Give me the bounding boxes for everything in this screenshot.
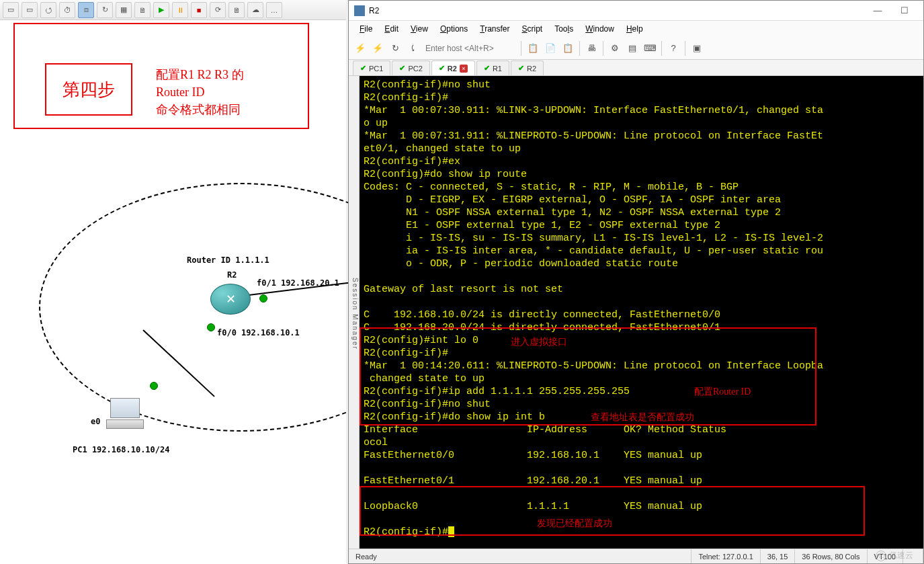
tab-label: PC2	[408, 65, 422, 73]
status-cursor-pos: 36, 15	[761, 549, 796, 563]
terminal-output[interactable]: R2(config-if)#no shut R2(config-if)# *Ma…	[360, 76, 923, 549]
menu-view[interactable]: View	[405, 23, 433, 35]
cursor	[448, 526, 454, 537]
menu-bar: File Edit View Options Transfer Script T…	[349, 21, 923, 37]
toolbar-button[interactable]: ⏱	[59, 2, 75, 18]
session-manager-sidebar[interactable]: Session Manager	[349, 76, 360, 549]
annotation-text: 配置R1 R2 R3 的 Router ID 命令格式都相同	[156, 66, 244, 118]
terminal-toolbar: ⚡ ⚡ ↻ ⤹ 📋 📄 📋 🖶 ⚙ ▤ ⌨ ? ▣	[349, 37, 923, 60]
router-r2-icon[interactable]: ✕	[210, 284, 251, 315]
disconnect-icon[interactable]: ⤹	[405, 41, 420, 56]
pc1-icon[interactable]	[106, 398, 145, 430]
toolbar-button[interactable]: …	[266, 2, 282, 18]
terminal-window: R2 — ☐ File Edit View Options Transfer S…	[348, 0, 924, 564]
annotation-line: Router ID	[156, 85, 204, 99]
check-icon: ✔	[399, 64, 405, 73]
toolbar-button[interactable]: ☁	[247, 2, 263, 18]
toolbar-button[interactable]: 🗎	[228, 2, 245, 18]
paste-icon[interactable]: 📄	[543, 41, 558, 56]
gns3-canvas-area: ▭ ▭ ⭯ ⏱ ⧈ ↻ ▦ 🗎 ▶ ⏸ ■ ⟳ 🗎 ☁ … 第四步 配置R1 R…	[0, 0, 346, 564]
router-id-label: Router ID 1.1.1.1	[187, 255, 269, 265]
tab-label: R2	[527, 65, 536, 73]
menu-window[interactable]: Window	[580, 23, 620, 35]
annotation-line: 配置R1 R2 R3 的	[156, 68, 244, 81]
annotation-config-rid: 配置Router ID	[694, 385, 751, 398]
f00-label: f0/0 192.168.10.1	[217, 328, 300, 337]
window-titlebar[interactable]: R2 — ☐	[349, 1, 923, 21]
menu-file[interactable]: File	[354, 23, 378, 35]
menu-script[interactable]: Script	[517, 23, 548, 35]
print-icon[interactable]: 🖶	[584, 41, 599, 56]
close-icon[interactable]: ×	[460, 65, 468, 73]
clipboard-icon[interactable]: 📋	[560, 41, 575, 56]
check-icon: ✔	[518, 64, 524, 73]
tab-label: R1	[493, 65, 502, 73]
f01-label: f0/1 192.168.20.1	[257, 278, 339, 288]
reconnect-icon[interactable]: ↻	[388, 41, 403, 56]
toolbar-button[interactable]: ▭	[22, 2, 38, 18]
annotation-show-table: 查看地址表是否配置成功	[591, 411, 694, 424]
annotation-box-outer: 第四步 配置R1 R2 R3 的 Router ID 命令格式都相同	[13, 23, 309, 129]
quick-connect-icon[interactable]: ⚡	[370, 41, 385, 56]
copy-icon[interactable]: 📋	[526, 41, 540, 56]
reload-button[interactable]: ⟳	[210, 2, 226, 18]
tab-label: R2	[448, 65, 457, 73]
toolbar-button-selected[interactable]: ⧈	[78, 2, 94, 18]
gns3-toolbar: ▭ ▭ ⭯ ⏱ ⧈ ↻ ▦ 🗎 ▶ ⏸ ■ ⟳ 🗎 ☁ …	[0, 0, 346, 20]
annotation-success: 发现已经配置成功	[537, 517, 612, 530]
menu-transfer[interactable]: Transfer	[474, 23, 515, 35]
interface-dot	[150, 382, 158, 390]
menu-edit[interactable]: Edit	[379, 23, 404, 35]
toolbar-button[interactable]: ▭	[3, 2, 19, 18]
toolbar-button[interactable]: ▦	[116, 2, 132, 18]
status-connection: Telnet: 127.0.0.1	[691, 549, 760, 563]
gear-icon[interactable]: ⚙	[607, 41, 622, 56]
terminal-text: R2(config-if)#no shut R2(config-if)# *Ma…	[364, 79, 823, 538]
r2-label: R2	[227, 270, 237, 280]
tab-label: PC1	[369, 65, 383, 73]
watermark-text: 亿速云	[889, 550, 913, 561]
menu-help[interactable]: Help	[621, 23, 648, 35]
stop-button[interactable]: ■	[191, 2, 207, 18]
keyboard-icon[interactable]: ⌨	[642, 41, 657, 56]
watermark: 亿 亿速云	[876, 550, 913, 561]
toolbar-button[interactable]: ↻	[97, 2, 113, 18]
tab-pc1[interactable]: ✔PC1	[353, 61, 390, 75]
play-button[interactable]: ▶	[153, 2, 169, 18]
status-size: 36 Rows, 80 Cols	[795, 549, 867, 563]
tab-r2[interactable]: ✔R2	[511, 61, 544, 75]
step-title-box: 第四步	[45, 63, 132, 116]
help-icon[interactable]: ?	[666, 41, 681, 56]
check-icon: ✔	[360, 64, 366, 73]
watermark-icon: 亿	[876, 551, 886, 561]
toggle-icon[interactable]: ▣	[689, 41, 704, 56]
session-options-icon[interactable]: ▤	[625, 41, 640, 56]
toolbar-button[interactable]: ⭯	[40, 2, 56, 18]
status-ready: Ready	[349, 549, 691, 563]
minimize-button[interactable]: —	[864, 1, 891, 20]
host-input[interactable]	[423, 41, 517, 56]
tab-r2-active[interactable]: ✔R2 ×	[431, 61, 475, 75]
interface-dot	[207, 323, 215, 331]
topology-canvas[interactable]: 第四步 配置R1 R2 R3 的 Router ID 命令格式都相同 ✕ Rou…	[5, 23, 345, 563]
check-icon: ✔	[484, 64, 490, 73]
pc1-label: PC1 192.168.10.10/24	[73, 445, 170, 454]
app-icon	[354, 5, 365, 16]
window-title: R2	[369, 6, 864, 15]
annotation-line: 命令格式都相同	[156, 103, 241, 116]
maximize-button[interactable]: ☐	[891, 1, 918, 20]
toolbar-button[interactable]: 🗎	[134, 2, 151, 18]
menu-options[interactable]: Options	[435, 23, 473, 35]
status-bar: Ready Telnet: 127.0.0.1 36, 15 36 Rows, …	[349, 549, 923, 563]
interface-dot	[259, 294, 267, 303]
menu-tools[interactable]: Tools	[549, 23, 579, 35]
connect-icon[interactable]: ⚡	[353, 41, 368, 56]
e0-label: e0	[91, 417, 100, 426]
pause-button[interactable]: ⏸	[172, 2, 188, 18]
tab-pc2[interactable]: ✔PC2	[392, 61, 429, 75]
session-tabs: ✔PC1 ✔PC2 ✔R2 × ✔R1 ✔R2	[349, 60, 923, 76]
check-icon: ✔	[439, 64, 445, 73]
annotation-enter-loopback: 进入虚拟接口	[511, 335, 567, 348]
tab-r1[interactable]: ✔R1	[476, 61, 509, 75]
